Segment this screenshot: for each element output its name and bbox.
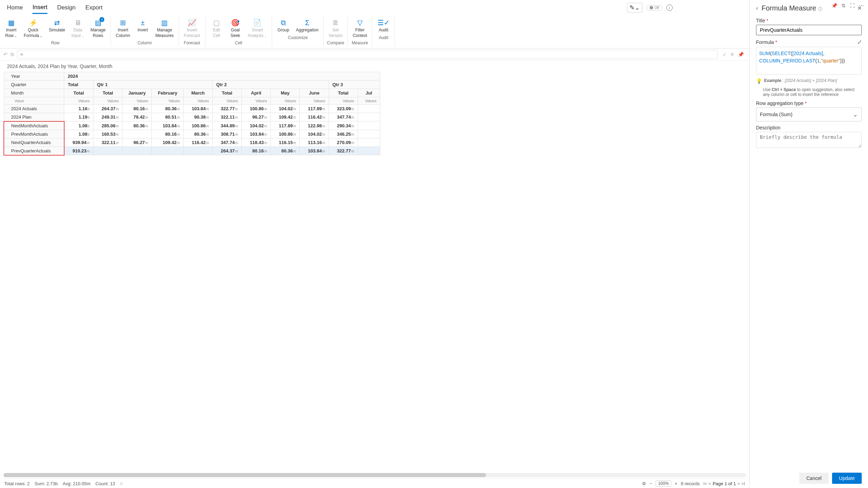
data-cell[interactable]: 80.16m: [122, 104, 152, 113]
zoom-in[interactable]: +: [675, 481, 678, 486]
data-cell[interactable]: [122, 130, 152, 138]
data-cell[interactable]: 347.74m: [329, 113, 358, 121]
desc-input[interactable]: [756, 132, 862, 148]
data-cell[interactable]: 322.77m: [212, 104, 241, 113]
panel-back-icon[interactable]: ‹: [756, 5, 758, 12]
month-march[interactable]: March: [184, 89, 212, 97]
horizontal-scrollbar[interactable]: [3, 473, 746, 477]
ribbon-btn-manage-measures[interactable]: ▥ManageMeasures: [153, 18, 176, 39]
data-cell[interactable]: 160.53m: [93, 130, 122, 138]
page-first[interactable]: I<: [703, 481, 707, 486]
quarter-qtr2[interactable]: Qtr 2: [212, 80, 329, 89]
data-cell[interactable]: 80.51m: [152, 113, 184, 121]
month-jul[interactable]: Jul: [358, 89, 380, 97]
tab-export[interactable]: Export: [85, 4, 103, 13]
cancel-formula-icon[interactable]: ✕: [730, 52, 734, 57]
data-cell[interactable]: 104.02m: [241, 121, 270, 130]
row-label[interactable]: 2024 Actuals: [4, 104, 64, 113]
data-cell[interactable]: 1.08b: [64, 130, 93, 138]
data-cell[interactable]: 80.16m: [152, 130, 184, 138]
data-cell[interactable]: 1.16b: [64, 104, 93, 113]
formula-expand-icon[interactable]: ⤢: [857, 39, 862, 45]
row-label[interactable]: NextMonthActuals: [4, 121, 64, 130]
data-cell[interactable]: 270.09m: [329, 138, 358, 147]
data-cell[interactable]: 116.42m: [184, 138, 212, 147]
data-cell[interactable]: 117.89m: [300, 104, 329, 113]
month-total[interactable]: Total: [212, 89, 241, 97]
tab-insert[interactable]: Insert: [32, 4, 47, 14]
table-row-nextquarteractuals[interactable]: NextQuarterActuals939.94m322.11m96.27m10…: [4, 138, 380, 147]
ribbon-btn-invert[interactable]: ±Invert: [134, 18, 151, 39]
quarter-qtr3[interactable]: Qtr 3: [329, 80, 380, 89]
data-cell[interactable]: 122.98m: [300, 121, 329, 130]
month-june[interactable]: June: [300, 89, 329, 97]
data-cell[interactable]: 116.42m: [300, 113, 329, 121]
data-cell[interactable]: [93, 147, 122, 155]
toggle-off[interactable]: Off: [646, 5, 662, 10]
data-cell[interactable]: 103.84m: [152, 121, 184, 130]
data-cell[interactable]: 80.36m: [271, 147, 300, 155]
data-cell[interactable]: 264.37m: [93, 104, 122, 113]
tab-design[interactable]: Design: [57, 4, 76, 13]
month-may[interactable]: May: [271, 89, 300, 97]
edit-mode-icon[interactable]: ✎⌄: [627, 3, 642, 13]
data-cell[interactable]: 322.77m: [329, 147, 358, 155]
ribbon-btn-aggregation[interactable]: ΣAggregation: [294, 18, 321, 34]
month-april[interactable]: April: [241, 89, 270, 97]
data-cell[interactable]: [358, 121, 380, 130]
data-cell[interactable]: 80.36m: [152, 104, 184, 113]
formula-input[interactable]: =: [17, 50, 718, 59]
data-cell[interactable]: [358, 147, 380, 155]
data-cell[interactable]: 103.84m: [184, 104, 212, 113]
data-cell[interactable]: [358, 130, 380, 138]
data-cell[interactable]: 264.37m: [212, 147, 241, 155]
data-cell[interactable]: 113.16m: [300, 138, 329, 147]
row-label[interactable]: 2024 Plan: [4, 113, 64, 121]
table-row-nextmonthactuals[interactable]: NextMonthActuals1.08b285.06m80.36m103.84…: [4, 121, 380, 130]
info-icon[interactable]: i: [666, 5, 673, 11]
ribbon-btn-insert-column[interactable]: ⊞InsertColumn: [114, 18, 132, 39]
data-cell[interactable]: [152, 147, 184, 155]
month-total[interactable]: Total: [329, 89, 358, 97]
data-cell[interactable]: 80.36m: [184, 130, 212, 138]
data-cell[interactable]: 78.42m: [122, 113, 152, 121]
data-cell[interactable]: 109.42m: [271, 113, 300, 121]
data-cell[interactable]: 116.15m: [271, 138, 300, 147]
data-cell[interactable]: 100.86m: [184, 121, 212, 130]
data-cell[interactable]: 1.08b: [64, 121, 93, 130]
zoom-out[interactable]: −: [650, 481, 652, 486]
page-next[interactable]: >: [737, 481, 740, 486]
panel-info-icon[interactable]: ⓘ: [818, 7, 822, 12]
data-cell[interactable]: [358, 104, 380, 113]
data-cell[interactable]: 347.74m: [212, 138, 241, 147]
row-label[interactable]: NextQuarterActuals: [4, 138, 64, 147]
data-cell[interactable]: 323.09m: [329, 104, 358, 113]
settings-icon[interactable]: ⚙: [642, 481, 646, 486]
pin-formula-icon[interactable]: 📌: [738, 52, 744, 57]
row-label[interactable]: PrevQuarterActuals: [4, 147, 64, 155]
data-cell[interactable]: 109.42m: [152, 138, 184, 147]
data-cell[interactable]: 100.86m: [271, 130, 300, 138]
data-cell[interactable]: 96.27m: [241, 113, 270, 121]
table-row-2024-plan[interactable]: 2024 Plan1.19b249.31m78.42m80.51m90.38m3…: [4, 113, 380, 121]
ribbon-btn-goal-seek[interactable]: 🎯GoalSeek: [227, 18, 244, 39]
data-cell[interactable]: [122, 147, 152, 155]
row-label[interactable]: PrevMonthActuals: [4, 130, 64, 138]
update-button[interactable]: Update: [832, 473, 862, 484]
ribbon-btn-group[interactable]: ⧉Group: [275, 18, 292, 34]
data-cell[interactable]: 285.06m: [93, 121, 122, 130]
data-cell[interactable]: 96.27m: [122, 138, 152, 147]
data-cell[interactable]: 346.25m: [329, 130, 358, 138]
data-cell[interactable]: 100.86m: [241, 104, 270, 113]
ribbon-btn-simulate[interactable]: ⇄Simulate: [47, 18, 67, 39]
quarter-total[interactable]: Total: [64, 80, 93, 89]
data-cell[interactable]: 117.89m: [271, 121, 300, 130]
data-cell[interactable]: 290.34m: [329, 121, 358, 130]
month-january[interactable]: January: [122, 89, 152, 97]
data-cell[interactable]: 322.11m: [93, 138, 122, 147]
ribbon-btn-audit[interactable]: ☰✓Audit: [375, 18, 392, 34]
page-prev[interactable]: <: [709, 481, 711, 486]
ribbon-btn-manage-rows[interactable]: ▤4ManageRows: [88, 18, 107, 39]
page-last[interactable]: >I: [741, 481, 745, 486]
more-icon[interactable]: ⋯: [859, 3, 864, 8]
